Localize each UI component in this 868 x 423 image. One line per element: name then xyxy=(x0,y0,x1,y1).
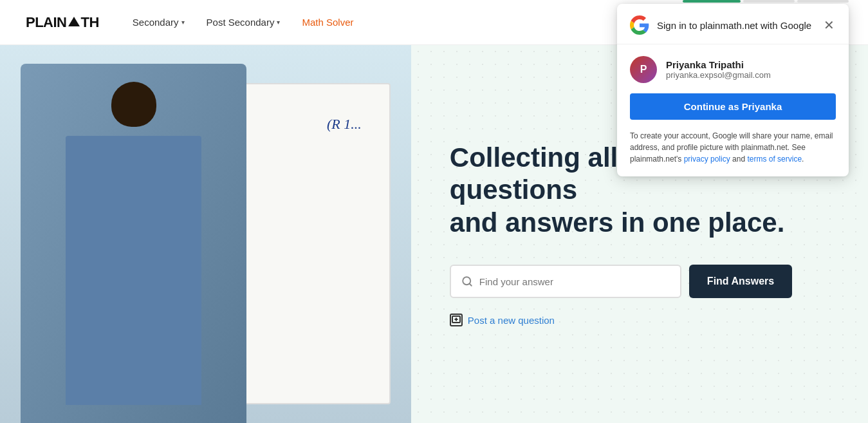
nav-math-solver[interactable]: Math Solver xyxy=(294,12,361,33)
find-answers-button[interactable]: Find Answers xyxy=(689,265,792,298)
disclaimer-end: . xyxy=(802,155,804,164)
user-name: Priyanka Tripathi xyxy=(666,59,771,70)
head xyxy=(111,82,156,127)
hero-image: 4x + ²⁄₃ (6x/5 + 1) 5(2x+1)/6 = 1/6 − x … xyxy=(0,45,411,423)
avatar: P xyxy=(630,56,657,83)
chevron-down-icon: ▾ xyxy=(181,19,185,26)
terms-link[interactable]: terms of service xyxy=(747,155,802,164)
search-box xyxy=(450,265,681,298)
logo: PLAINTH xyxy=(26,14,99,31)
post-question-icon xyxy=(450,314,463,326)
nav-secondary-label: Secondary xyxy=(133,17,179,28)
post-question-text[interactable]: Post a new question xyxy=(468,315,555,326)
google-logo-icon xyxy=(630,15,649,35)
hero-title-line2: and answers in one place. xyxy=(450,207,785,238)
logo-text-before: PLAIN xyxy=(26,14,67,31)
post-question-link[interactable]: Post a new question xyxy=(450,314,817,326)
disclaimer-mid: and xyxy=(730,155,748,164)
progress-bar-active xyxy=(683,0,741,3)
nav-post-secondary[interactable]: Post Secondary ▾ xyxy=(199,12,288,33)
continue-as-button[interactable]: Continue as Priyanka xyxy=(630,93,836,120)
nav-math-solver-label: Math Solver xyxy=(302,17,353,28)
popup-body: P Priyanka Tripathi priyanka.expsol@gmai… xyxy=(617,44,849,176)
popup-header: Sign in to plainmath.net with Google ✕ xyxy=(617,4,849,44)
math-equation-5: (R 1... xyxy=(327,116,362,133)
nav-post-secondary-label: Post Secondary xyxy=(207,17,275,28)
search-icon xyxy=(461,276,473,287)
message-plus-icon xyxy=(452,315,461,324)
body xyxy=(66,136,201,405)
logo-text-after: TH xyxy=(81,14,99,31)
main-nav: Secondary ▾ Post Secondary ▾ Math Solver xyxy=(125,12,362,33)
google-signin-popup: Sign in to plainmath.net with Google ✕ P… xyxy=(617,4,849,176)
progress-bar-inactive-2 xyxy=(797,0,849,3)
search-input[interactable] xyxy=(479,276,670,287)
user-row: P Priyanka Tripathi priyanka.expsol@gmai… xyxy=(630,56,836,83)
student-image: 4x + ²⁄₃ (6x/5 + 1) 5(2x+1)/6 = 1/6 − x … xyxy=(0,45,411,423)
person-silhouette xyxy=(21,64,246,423)
svg-line-1 xyxy=(469,284,471,286)
progress-bar-inactive-1 xyxy=(743,0,795,3)
popup-title: Sign in to plainmath.net with Google xyxy=(657,20,815,31)
logo-triangle-icon xyxy=(68,17,80,26)
privacy-policy-link[interactable]: privacy policy xyxy=(684,155,730,164)
chevron-down-icon: ▾ xyxy=(277,19,280,26)
user-info: Priyanka Tripathi priyanka.expsol@gmail.… xyxy=(666,59,771,80)
search-row: Find Answers xyxy=(450,265,817,298)
avatar-initials: P xyxy=(640,64,647,75)
top-bar-indicators xyxy=(683,0,849,3)
close-icon[interactable]: ✕ xyxy=(822,17,836,33)
popup-disclaimer: To create your account, Google will shar… xyxy=(630,130,836,165)
nav-secondary[interactable]: Secondary ▾ xyxy=(125,12,192,33)
user-email: priyanka.expsol@gmail.com xyxy=(666,70,771,80)
